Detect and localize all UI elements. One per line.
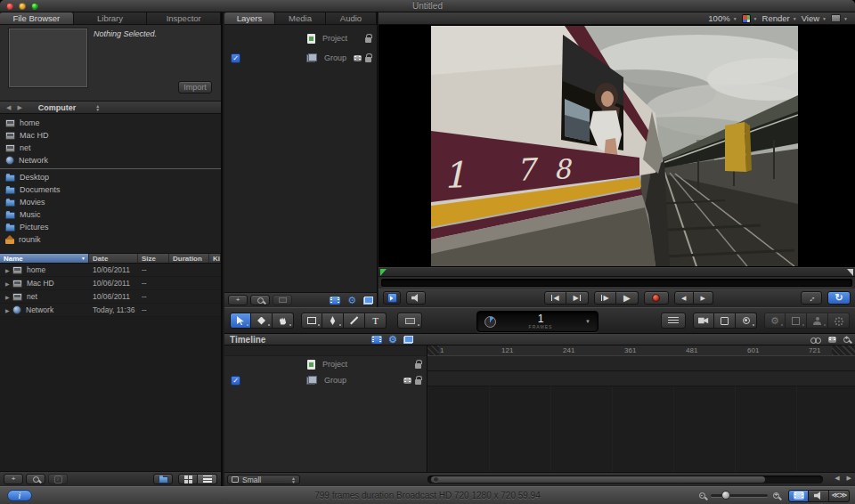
- link-icon[interactable]: [810, 337, 821, 342]
- generator-button[interactable]: [714, 313, 736, 329]
- track-size-dropdown[interactable]: Small ▲▼: [227, 475, 300, 484]
- filters-button[interactable]: [786, 313, 807, 329]
- column-header-date[interactable]: Date: [89, 254, 138, 263]
- particles-button[interactable]: [828, 313, 850, 329]
- track-row[interactable]: [428, 356, 855, 371]
- disclosure-icon[interactable]: ▶: [5, 267, 12, 273]
- tab-file-browser[interactable]: File Browser: [0, 12, 74, 24]
- list-item[interactable]: net: [0, 142, 221, 154]
- track-row[interactable]: [428, 371, 855, 386]
- back-icon[interactable]: ◀: [6, 104, 11, 111]
- timeline-zoom-icon[interactable]: +: [843, 337, 850, 343]
- visibility-checkbox[interactable]: ✓: [231, 376, 240, 386]
- tab-library[interactable]: Library: [74, 12, 148, 24]
- project-info-button[interactable]: i: [7, 490, 32, 501]
- camera-button[interactable]: [693, 313, 714, 329]
- show-timeline-toggle[interactable]: [788, 490, 809, 502]
- list-item[interactable]: rounik: [0, 233, 221, 246]
- view-layouts-dropdown[interactable]: ▼: [831, 14, 848, 22]
- list-item[interactable]: Documents: [0, 183, 221, 196]
- timecode-value[interactable]: 1: [496, 314, 585, 324]
- pan-tool-button[interactable]: [273, 313, 294, 329]
- list-item[interactable]: Mac HD: [0, 129, 221, 142]
- column-header-kind[interactable]: Kind: [209, 254, 221, 263]
- reveal-folder-button[interactable]: [153, 474, 173, 484]
- filmstrip-icon[interactable]: [828, 337, 836, 343]
- tab-audio[interactable]: Audio: [326, 12, 377, 24]
- play-range-in-marker[interactable]: [380, 269, 387, 276]
- media-icon[interactable]: [403, 378, 411, 384]
- layer-row-project[interactable]: Project: [224, 28, 377, 48]
- emitter-button[interactable]: [807, 313, 828, 329]
- disclosure-icon[interactable]: ▶: [5, 280, 12, 287]
- tab-media[interactable]: Media: [275, 12, 326, 24]
- mini-timeline[interactable]: [379, 277, 855, 289]
- show-layers-tracks-icon[interactable]: [403, 336, 413, 344]
- timecode-display[interactable]: 1 FRAMES ▼: [476, 311, 598, 332]
- disclosure-icon[interactable]: ▶: [5, 294, 12, 300]
- layer-row-group[interactable]: ✓ Group: [224, 48, 377, 68]
- add-button[interactable]: +: [4, 474, 23, 484]
- fullscreen-button[interactable]: ↔: [801, 291, 822, 305]
- zoom-in-icon[interactable]: +: [773, 492, 779, 499]
- audio-timeline-toggle[interactable]: [809, 490, 829, 502]
- step-back-button[interactable]: ◀: [674, 291, 694, 305]
- list-item[interactable]: Pictures: [0, 221, 221, 233]
- table-row[interactable]: ▶net 10/06/2011 --: [0, 290, 221, 304]
- visibility-checkbox[interactable]: ✓: [231, 53, 240, 63]
- scroll-left-icon[interactable]: ◀: [835, 475, 839, 482]
- keyframes-toggle[interactable]: ≪≫: [829, 490, 850, 502]
- play-button[interactable]: ▶: [616, 291, 639, 305]
- bezier-tool-button[interactable]: [322, 313, 344, 329]
- show-video-tracks-icon[interactable]: [371, 336, 382, 344]
- disclosure-icon[interactable]: ▶: [5, 307, 12, 313]
- location-label[interactable]: Computer: [38, 103, 77, 112]
- scrollbar-thumb[interactable]: [431, 476, 765, 483]
- scroll-right-icon[interactable]: ▶: [847, 475, 851, 482]
- zoom-out-icon[interactable]: -: [699, 492, 705, 499]
- play-range-out-marker[interactable]: [847, 269, 853, 276]
- list-item[interactable]: home: [0, 117, 221, 129]
- media-icon[interactable]: [354, 55, 362, 61]
- list-item[interactable]: Network: [0, 154, 221, 167]
- table-row[interactable]: ▶Mac HD 10/06/2011 --: [0, 277, 221, 290]
- mask-tool-button[interactable]: [397, 313, 422, 329]
- track-header-project[interactable]: Project: [224, 356, 427, 372]
- select-tool-button[interactable]: [230, 313, 251, 329]
- text-tool-button[interactable]: T: [365, 313, 387, 329]
- show-behaviors-tracks-icon[interactable]: ⚙: [388, 335, 397, 345]
- render-dropdown[interactable]: Render▼: [762, 13, 797, 23]
- play-range-scrubber[interactable]: [379, 267, 855, 277]
- search-layers-button[interactable]: [250, 295, 270, 305]
- step-forward-button[interactable]: ▶: [694, 291, 713, 305]
- list-view-button[interactable]: [198, 474, 217, 484]
- show-layers-icon[interactable]: [363, 297, 373, 305]
- timeline-hscrollbar[interactable]: [428, 476, 823, 484]
- track-header-group[interactable]: ✓ Group: [224, 372, 427, 388]
- column-header-duration[interactable]: Duration: [169, 254, 209, 263]
- show-media-icon[interactable]: [330, 297, 340, 305]
- icon-view-button[interactable]: [178, 474, 198, 484]
- line-tool-button[interactable]: [344, 313, 365, 329]
- canvas-stage[interactable]: 1 7 8: [379, 25, 855, 267]
- tab-inspector[interactable]: Inspector: [147, 12, 221, 24]
- loop-button[interactable]: ↻: [827, 291, 851, 305]
- info-button[interactable]: i: [48, 474, 68, 484]
- lock-icon[interactable]: [415, 363, 421, 369]
- mute-button[interactable]: [406, 291, 426, 305]
- channels-dropdown[interactable]: ▼: [742, 14, 758, 23]
- filter-layers-button[interactable]: [273, 295, 292, 305]
- slider-knob[interactable]: [721, 491, 730, 500]
- table-row[interactable]: ▶Network Today, 11:36 --: [0, 304, 221, 317]
- chevron-down-icon[interactable]: ▼: [585, 319, 590, 324]
- add-layer-button[interactable]: +: [228, 295, 248, 305]
- loupe-button[interactable]: [736, 313, 757, 329]
- timeline-ruler[interactable]: 1 121 241 361 481 601 721: [428, 345, 855, 356]
- show-timeline-button[interactable]: [383, 291, 401, 305]
- show-behaviors-icon[interactable]: ⚙: [347, 296, 356, 305]
- adjust-tool-button[interactable]: [251, 313, 273, 329]
- titlebar[interactable]: Untitled: [0, 0, 855, 12]
- play-from-start-button[interactable]: ▶: [594, 291, 616, 305]
- column-header-name[interactable]: Name▼: [0, 254, 89, 263]
- forward-icon[interactable]: ▶: [17, 104, 21, 111]
